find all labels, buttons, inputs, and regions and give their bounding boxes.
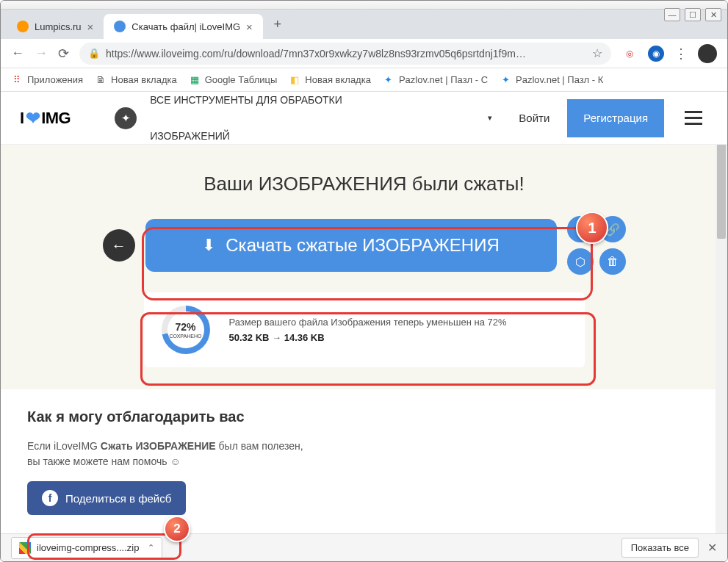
zip-icon <box>19 542 31 554</box>
main-content: Ваши ИЗОБРАЖЕНИЯ были сжаты! ← ⬇ Скачать… <box>1 92 727 534</box>
page-icon: 🗎 <box>95 74 107 86</box>
thank-section: Как я могу отблагодарить вас Если iLoveI… <box>1 389 727 534</box>
apps-icon: ⠿ <box>11 74 23 86</box>
page-icon: ◧ <box>289 74 300 86</box>
facebook-share-button[interactable]: f Поделиться в фейсб <box>27 481 186 515</box>
bookmark-label: Pazlov.net | Пазл - К <box>516 74 603 85</box>
tab-title: Скачать файл| iLoveIMG <box>131 21 240 32</box>
puzzle-icon: ✦ <box>383 74 394 86</box>
tab-iloveimg[interactable]: Скачать файл| iLoveIMG × <box>104 14 263 39</box>
heart-icon: ❤ <box>26 108 40 129</box>
register-button[interactable]: Регистрация <box>567 99 664 137</box>
bookmark-item[interactable]: ▦ Google Таблицы <box>189 74 278 86</box>
page-content: I ❤ IMG ✦ ВСЕ ИНСТРУМЕНТЫ ДЛЯ ОБРАБОТКИ … <box>1 92 727 535</box>
annotation-badge-2: 2 <box>164 516 190 542</box>
login-button[interactable]: Войти <box>501 99 567 137</box>
download-filename: iloveimg-compress....zip <box>37 542 139 553</box>
site-header: I ❤ IMG ✦ ВСЕ ИНСТРУМЕНТЫ ДЛЯ ОБРАБОТКИ … <box>1 92 727 145</box>
donut-label: 72% СОХРАНЕНО <box>170 322 202 339</box>
annotation-badge-1: 1 <box>576 212 608 244</box>
bookmark-item[interactable]: ◧ Новая вкладка <box>289 74 371 86</box>
header-tagline: ВСЕ ИНСТРУМЕНТЫ ДЛЯ ОБРАБОТКИ ИЗОБРАЖЕНИ… <box>150 93 342 142</box>
apps-label: Приложения <box>27 74 83 85</box>
chevron-up-icon[interactable]: ⌃ <box>148 543 154 552</box>
bookmark-label: Pazlov.net | Пазл - С <box>399 74 488 85</box>
close-downloads-bar[interactable]: ✕ <box>707 541 717 555</box>
puzzle-icon: ✦ <box>500 74 511 86</box>
bookmark-item[interactable]: 🗎 Новая вкладка <box>95 74 177 86</box>
maximize-button[interactable]: ☐ <box>685 8 701 21</box>
lock-icon: 🔒 <box>88 48 100 59</box>
browser-toolbar: ← → ⟳ 🔒 https://www.iloveimg.com/ru/down… <box>1 39 727 68</box>
titlebar <box>1 1 727 10</box>
bookmark-label: Google Таблицы <box>205 74 278 85</box>
gear-icon[interactable]: ✦ <box>115 107 137 129</box>
dropbox-icon[interactable]: ⬡ <box>567 248 594 275</box>
favicon-icon <box>114 21 126 32</box>
logo-i: I <box>20 109 24 128</box>
back-button[interactable]: ← <box>11 46 24 61</box>
bookmark-star-icon[interactable]: ☆ <box>592 46 602 60</box>
download-label: Скачать сжатые ИЗОБРАЖЕНИЯ <box>226 235 499 256</box>
favicon-icon <box>17 21 29 32</box>
menu-icon[interactable] <box>679 104 708 133</box>
browser-menu-button[interactable]: ⋮ <box>674 46 688 62</box>
thank-text: Если iLoveIMG Сжать ИЗОБРАЖЕНИЕ был вам … <box>27 439 306 469</box>
facebook-icon: f <box>42 490 58 506</box>
address-bar[interactable]: 🔒 https://www.iloveimg.com/ru/download/7… <box>79 43 611 65</box>
lang-dropdown[interactable]: ▾ <box>479 104 501 133</box>
apps-shortcut[interactable]: ⠿ Приложения <box>11 74 83 86</box>
profile-avatar[interactable] <box>698 44 717 63</box>
minimize-button[interactable]: — <box>664 8 680 21</box>
success-heading: Ваши ИЗОБРАЖЕНИЯ были сжаты! <box>1 173 727 195</box>
close-tab-icon[interactable]: × <box>87 21 94 33</box>
header-actions: ▾ Войти Регистрация <box>479 99 708 137</box>
window-controls: — ☐ ✕ <box>664 8 721 21</box>
forward-button[interactable]: → <box>35 46 48 61</box>
tab-title: Lumpics.ru <box>35 21 82 32</box>
tab-lumpics[interactable]: Lumpics.ru × <box>7 14 104 39</box>
logo[interactable]: I ❤ IMG <box>20 108 71 129</box>
download-row: ← ⬇ Скачать сжатые ИЗОБРАЖЕНИЯ ▲ 🔗 ⬡ 🗑 <box>1 216 727 275</box>
bookmark-label: Новая вкладка <box>111 74 177 85</box>
bookmarks-bar: ⠿ Приложения 🗎 Новая вкладка ▦ Google Та… <box>1 68 727 92</box>
download-button[interactable]: ⬇ Скачать сжатые ИЗОБРАЖЕНИЯ <box>145 219 557 272</box>
stats-box: 72% СОХРАНЕНО Размер вашего файла Изобра… <box>144 292 585 367</box>
scrollbar[interactable] <box>716 92 727 535</box>
new-tab-button[interactable]: + <box>267 14 288 35</box>
extension-adblock-icon[interactable]: ◎ <box>621 46 638 62</box>
thank-title: Как я могу отблагодарить вас <box>27 408 701 425</box>
logo-img: IMG <box>41 109 71 128</box>
trash-icon[interactable]: 🗑 <box>599 248 626 275</box>
progress-donut: 72% СОХРАНЕНО <box>162 306 210 354</box>
bookmark-item[interactable]: ✦ Pazlov.net | Пазл - С <box>383 74 488 86</box>
stats-text: Размер вашего файла Изображения теперь у… <box>229 317 507 343</box>
download-chip[interactable]: iloveimg-compress....zip ⌃ <box>11 537 162 559</box>
bookmark-label: Новая вкладка <box>305 74 371 85</box>
fb-label: Поделиться в фейсб <box>65 492 171 505</box>
downloads-bar: iloveimg-compress....zip ⌃ Показать все … <box>1 533 727 561</box>
extension-icon[interactable]: ◉ <box>648 46 664 62</box>
sheets-icon: ▦ <box>189 74 201 86</box>
back-button[interactable]: ← <box>103 229 135 262</box>
tab-strip: Lumpics.ru × Скачать файл| iLoveIMG × + <box>1 10 727 39</box>
reload-button[interactable]: ⟳ <box>58 46 69 62</box>
show-all-downloads-button[interactable]: Показать все <box>621 538 699 558</box>
download-icon: ⬇ <box>202 236 215 255</box>
bookmark-item[interactable]: ✦ Pazlov.net | Пазл - К <box>500 74 603 86</box>
close-tab-icon[interactable]: × <box>246 21 253 33</box>
url-text: https://www.iloveimg.com/ru/download/7mn… <box>106 48 586 60</box>
close-window-button[interactable]: ✕ <box>705 8 721 21</box>
